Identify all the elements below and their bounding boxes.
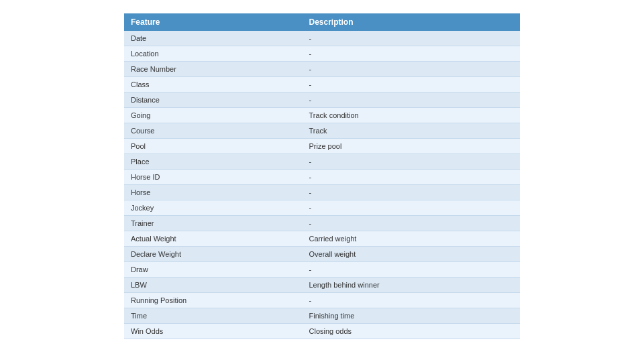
page-wrapper: Feature Description Date-Location-Race N…: [0, 0, 644, 362]
feature-cell: Distance: [124, 93, 303, 108]
feature-cell: Jockey: [124, 200, 303, 216]
feature-cell: Actual Weight: [124, 231, 303, 247]
description-cell: Length behind winner: [303, 278, 521, 293]
table-row: Jockey-: [124, 200, 520, 216]
description-cell: Closing odds: [303, 324, 521, 339]
feature-cell: LBW: [124, 278, 303, 293]
table-row: Distance-: [124, 93, 520, 108]
description-cell: Prize pool: [303, 139, 521, 154]
description-column-header: Description: [303, 13, 521, 31]
table-row: PoolPrize pool: [124, 139, 520, 154]
description-cell: Carried weight: [303, 231, 521, 247]
table-container: Feature Description Date-Location-Race N…: [124, 13, 520, 339]
feature-cell: Location: [124, 46, 303, 62]
table-row: CourseTrack: [124, 123, 520, 139]
feature-cell: Course: [124, 123, 303, 139]
description-cell: -: [303, 77, 521, 93]
table-header-row: Feature Description: [124, 13, 520, 31]
feature-cell: Class: [124, 77, 303, 93]
table-row: Race Number-: [124, 62, 520, 77]
table-row: LBWLength behind winner: [124, 278, 520, 293]
feature-cell: Draw: [124, 262, 303, 278]
table-row: Trainer-: [124, 216, 520, 231]
description-cell: -: [303, 200, 521, 216]
feature-cell: Date: [124, 31, 303, 46]
feature-cell: Win Odds: [124, 324, 303, 339]
table-row: Running Position-: [124, 293, 520, 308]
table-row: TimeFinishing time: [124, 308, 520, 324]
description-cell: -: [303, 185, 521, 200]
table-row: Declare WeightOverall weight: [124, 247, 520, 262]
description-cell: -: [303, 46, 521, 62]
description-cell: -: [303, 31, 521, 46]
feature-cell: Running Position: [124, 293, 303, 308]
table-row: Place-: [124, 154, 520, 170]
feature-cell: Trainer: [124, 216, 303, 231]
feature-cell: Declare Weight: [124, 247, 303, 262]
description-cell: -: [303, 93, 521, 108]
table-row: Draw-: [124, 262, 520, 278]
description-cell: -: [303, 170, 521, 185]
description-cell: Overall weight: [303, 247, 521, 262]
feature-cell: Horse ID: [124, 170, 303, 185]
feature-cell: Race Number: [124, 62, 303, 77]
table-row: Horse ID-: [124, 170, 520, 185]
description-cell: -: [303, 154, 521, 170]
features-table: Feature Description Date-Location-Race N…: [124, 13, 520, 339]
table-row: GoingTrack condition: [124, 108, 520, 123]
table-row: Win OddsClosing odds: [124, 324, 520, 339]
table-row: Actual WeightCarried weight: [124, 231, 520, 247]
table-row: Date-: [124, 31, 520, 46]
description-cell: Track condition: [303, 108, 521, 123]
description-cell: -: [303, 262, 521, 278]
table-row: Location-: [124, 46, 520, 62]
description-cell: -: [303, 216, 521, 231]
feature-cell: Going: [124, 108, 303, 123]
feature-cell: Time: [124, 308, 303, 324]
description-cell: Track: [303, 123, 521, 139]
feature-cell: Horse: [124, 185, 303, 200]
feature-cell: Pool: [124, 139, 303, 154]
description-cell: Finishing time: [303, 308, 521, 324]
feature-column-header: Feature: [124, 13, 303, 31]
description-cell: -: [303, 293, 521, 308]
description-cell: -: [303, 62, 521, 77]
table-row: Horse-: [124, 185, 520, 200]
feature-cell: Place: [124, 154, 303, 170]
table-row: Class-: [124, 77, 520, 93]
